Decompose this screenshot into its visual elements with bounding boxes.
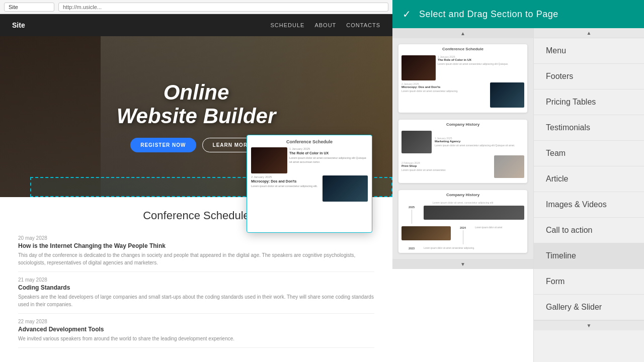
dragging-body-2: Lorem ipsum dolor sit amet consectetur a…	[251, 185, 320, 188]
thumb-text-1a: 1 January 2025 The Role of Color in UX L…	[438, 55, 524, 80]
scroll-up-button[interactable]: ▲	[392, 28, 533, 38]
article-body-3: We invited various speakers from around …	[18, 335, 374, 342]
thumb-text-1b: 2 January 2025 Microcopy: Dos and Don'ts…	[401, 82, 488, 108]
dragging-head-1: The Role of Color in UX	[289, 151, 368, 155]
dragging-date-1: 1 January 2025	[289, 147, 368, 150]
site-navbar: Site SCHEDULE ABOUT CONTACTS	[0, 14, 392, 36]
section-list-item-team[interactable]: Team	[534, 141, 644, 166]
site-label: Site	[4, 3, 54, 12]
article-title-1: How is the Internet Changing the Way Peo…	[18, 242, 374, 249]
dragging-card-content: 1 January 2025 The Role of Color in UX L…	[251, 147, 368, 202]
article-body-1: This day of the conference is dedicated …	[18, 251, 374, 266]
thumb-content-1: 1 January 2025 The Role of Color in UX L…	[398, 53, 527, 113]
right-panel: ✓ Select and Drag Section to Page ▲ Conf…	[392, 0, 644, 362]
sections-list: ▲ Menu Footers Pricing Tables Testimonia…	[533, 28, 644, 362]
url-display: http://m.usicle...	[58, 3, 388, 12]
thumb-img-1b	[490, 82, 524, 108]
register-now-button[interactable]: REGISTER NOW	[130, 138, 196, 152]
section-list-item-timeline[interactable]: Timeline	[534, 243, 644, 269]
section-list-item-form[interactable]: Form	[534, 269, 644, 295]
dragging-article-row-1: 1 January 2025 The Role of Color in UX L…	[251, 147, 368, 173]
panel-body: ▲ Conference Schedule 1 January 2025 The…	[392, 28, 644, 362]
article-item-2: 21 may 2028 Coding Standards Speakers ar…	[18, 272, 374, 314]
thumbnail-company2[interactable]: Company History Lorem ipsum dolor sit am…	[398, 190, 527, 253]
thumb-content-3: Lorem ipsum dolor sit amet, consectetur …	[398, 199, 527, 253]
dragging-text-2: 2 January 2025 Microcopy: Dos and Don'ts…	[251, 175, 320, 202]
section-list-item-menu[interactable]: Menu	[534, 38, 644, 64]
nav-contacts[interactable]: CONTACTS	[346, 22, 380, 28]
article-title-3: Advanced Development Tools	[18, 326, 374, 333]
thumb-img-2b	[494, 155, 524, 178]
thumb-title-3: Company History	[398, 190, 527, 199]
section-list-item-pricing[interactable]: Pricing Tables	[534, 89, 644, 115]
nav-schedule[interactable]: SCHEDULE	[271, 22, 305, 28]
sections-scroll-down-button[interactable]: ▼	[534, 320, 644, 330]
website-preview: Site http://m.usicle... Site SCHEDULE AB…	[0, 0, 392, 362]
dragging-img-2	[323, 175, 368, 202]
article-item-1: 20 may 2028 How is the Internet Changing…	[18, 230, 374, 272]
thumb-img-1a	[401, 55, 436, 80]
thumb-text-2b: 2 February 2024 Print Shop Lorem ipsum d…	[401, 161, 491, 172]
dragging-article-row-2: 2 January 2025 Microcopy: Dos and Don'ts…	[251, 175, 368, 202]
section-list-item-gallery[interactable]: Gallery & Slider	[534, 295, 644, 320]
hero-title: OnlineWebsite Builder	[117, 81, 276, 127]
section-list-item-cta[interactable]: Call to action	[534, 218, 644, 243]
nav-links: SCHEDULE ABOUT CONTACTS	[271, 22, 381, 28]
dragging-section-card[interactable]: Conference Schedule 1 January 2025 The R…	[247, 135, 372, 233]
scroll-down-button[interactable]: ▼	[392, 259, 533, 269]
dragging-date-2: 2 January 2025	[251, 175, 320, 178]
thumb-text-2a: 1 January 2025 Marketing Agency Lorem ip…	[435, 137, 524, 147]
dragging-body-1: Lorem ipsum dolor sit amet consectetur a…	[289, 156, 368, 163]
article-item-3: 22 may 2028 Advanced Development Tools W…	[18, 314, 374, 348]
thumbnails-panel: Conference Schedule 1 January 2025 The R…	[392, 38, 533, 259]
section-list-item-images-videos[interactable]: Images & Videos	[534, 192, 644, 218]
thumb-img-2a	[401, 131, 432, 153]
section-list-item-article[interactable]: Article	[534, 166, 644, 192]
article-body-2: Speakers are the lead developers of larg…	[18, 293, 374, 308]
section-list-item-testimonials[interactable]: Testimonials	[534, 115, 644, 141]
thumb-title-2: Company History	[398, 120, 527, 129]
dragging-img-1	[251, 147, 287, 173]
panel-header: ✓ Select and Drag Section to Page	[392, 0, 644, 28]
panel-title: Select and Drag Section to Page	[419, 9, 558, 20]
thumb-title-1: Conference Schedule	[398, 44, 527, 53]
article-list: 20 may 2028 How is the Internet Changing…	[12, 230, 380, 348]
nav-about[interactable]: ABOUT	[314, 22, 336, 28]
thumb-content-2: 1 January 2025 Marketing Agency Lorem ip…	[398, 129, 527, 183]
thumb-img-3b	[401, 226, 451, 240]
dragging-head-2: Microcopy: Dos and Don'ts	[251, 179, 320, 184]
sections-scroll-up-button[interactable]: ▲	[534, 28, 644, 38]
thumbnail-conference[interactable]: Conference Schedule 1 January 2025 The R…	[398, 44, 527, 113]
article-date-1: 20 may 2028	[18, 235, 374, 241]
thumb-img-3a	[424, 206, 524, 220]
article-title-2: Coding Standards	[18, 284, 374, 291]
url-bar: Site http://m.usicle...	[0, 0, 392, 14]
dragging-card-title: Conference Schedule	[251, 139, 368, 144]
site-brand: Site	[12, 21, 25, 29]
thumbnail-company1[interactable]: Company History 1 January 2025 Marketing…	[398, 120, 527, 183]
check-icon: ✓	[403, 8, 411, 20]
article-date-2: 21 may 2028	[18, 277, 374, 283]
dragging-text-1: 1 January 2025 The Role of Color in UX L…	[289, 147, 368, 173]
article-date-3: 22 may 2028	[18, 319, 374, 324]
section-list-item-footers[interactable]: Footers	[534, 64, 644, 89]
